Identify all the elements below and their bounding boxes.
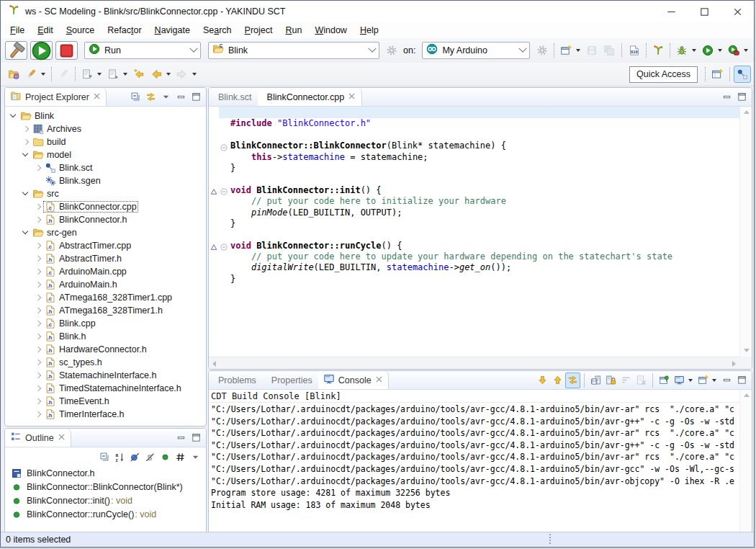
- tree-item[interactable]: .hTimedStatemachineInterface.h: [5, 382, 206, 395]
- debug-button[interactable]: [673, 42, 690, 59]
- console-tab-console[interactable]: Console: [318, 371, 389, 389]
- generate-statechart-code-button[interactable]: [649, 42, 667, 59]
- tab-project-explorer[interactable]: Project Explorer: [5, 88, 107, 106]
- tree-item[interactable]: .cATmega168_328Timer1.cpp: [5, 291, 206, 304]
- minimize-window-button[interactable]: [654, 1, 688, 22]
- tree-chevron-icon[interactable]: [32, 213, 43, 226]
- statusbar-grip[interactable]: [549, 534, 551, 544]
- dropdown-arrow-icon[interactable]: [690, 42, 698, 59]
- tree-chevron-icon[interactable]: [32, 278, 43, 291]
- menu-file[interactable]: File: [4, 24, 31, 37]
- editor-horizontal-scrollbar[interactable]: [209, 357, 739, 369]
- tree-item[interactable]: .hBlink.h: [5, 330, 206, 343]
- tree-chevron-icon[interactable]: [32, 356, 43, 369]
- previous-annotation-button[interactable]: [104, 66, 122, 83]
- tree-item-content[interactable]: .hsc_types.h: [43, 357, 104, 368]
- stop-button[interactable]: [55, 41, 78, 60]
- code-area[interactable]: #include "BlinkConnector.h"BlinkConnecto…: [230, 107, 739, 357]
- close-window-button[interactable]: [721, 1, 754, 22]
- minimize-button[interactable]: [174, 89, 189, 105]
- next-error-button[interactable]: [535, 372, 550, 388]
- back-button[interactable]: [148, 66, 165, 83]
- tree-item[interactable]: .hHardwareConnector.h: [5, 343, 206, 356]
- tree-item-content[interactable]: Archives: [31, 123, 83, 135]
- tree-item[interactable]: model: [5, 148, 206, 161]
- open-console-button[interactable]: [696, 372, 711, 388]
- dropdown-arrow-icon[interactable]: [716, 42, 724, 59]
- clear-console-button[interactable]: [634, 372, 649, 388]
- hide-non-public-members-button[interactable]: [158, 449, 173, 465]
- tree-item[interactable]: .cArduinoMain.cpp: [5, 265, 206, 278]
- pin-console-button[interactable]: [657, 372, 672, 388]
- tree-chevron-icon[interactable]: [32, 408, 43, 421]
- sort-button[interactable]: az: [112, 449, 127, 465]
- hide-fields-button[interactable]: [127, 449, 143, 465]
- target-combo[interactable]: My Arduino: [422, 42, 530, 59]
- outline-item[interactable]: BlinkConnector::init() : void: [5, 494, 206, 507]
- maximize-button[interactable]: [734, 89, 750, 105]
- menu-search[interactable]: Search: [197, 24, 238, 37]
- maximize-window-button[interactable]: [688, 1, 721, 22]
- close-icon[interactable]: [93, 92, 101, 102]
- tree-chevron-icon[interactable]: [32, 252, 43, 265]
- tree-item[interactable]: .cBlink.cpp: [5, 317, 206, 330]
- launch-project-combo[interactable]: CBlink: [208, 42, 379, 59]
- tree-chevron-icon[interactable]: [20, 226, 31, 239]
- tree-item-content[interactable]: src: [31, 188, 60, 200]
- tree-chevron-icon[interactable]: [32, 161, 43, 174]
- display-selected-console-button[interactable]: [672, 372, 687, 388]
- close-icon[interactable]: [375, 375, 383, 385]
- tree-item[interactable]: .hBlinkConnector.h: [5, 213, 206, 226]
- console-tab-properties[interactable]: Properties: [262, 371, 318, 389]
- menu-help[interactable]: Help: [354, 24, 385, 37]
- collapse-all-button[interactable]: [128, 89, 143, 105]
- hide-static-members-button[interactable]: S: [143, 449, 158, 465]
- tree-item-content[interactable]: Blink.sgen: [43, 175, 102, 187]
- launch-mode-combo[interactable]: Run: [84, 42, 201, 59]
- tree-item-content[interactable]: .hATmega168_328Timer1.h: [43, 305, 164, 316]
- tree-item-content[interactable]: build: [31, 136, 67, 148]
- tree-item-content[interactable]: .cArduinoMain.cpp: [43, 266, 128, 277]
- tree-chevron-icon[interactable]: [32, 369, 43, 382]
- build-button[interactable]: [5, 41, 27, 60]
- outline-item[interactable]: BlinkConnector::BlinkConnector(Blink*): [5, 480, 206, 494]
- tree-item-content[interactable]: src-gen: [31, 227, 78, 238]
- last-edit-location-button[interactable]: [130, 66, 148, 83]
- collapse-all-button[interactable]: [97, 449, 112, 465]
- save-console-output-button[interactable]: [588, 372, 603, 388]
- console-tab-problems[interactable]: Problems: [209, 371, 262, 389]
- scroll-lock-button[interactable]: [603, 372, 618, 388]
- tree-chevron-icon[interactable]: [8, 110, 19, 122]
- tree-chevron-icon[interactable]: [20, 187, 31, 200]
- dropdown-arrow-icon[interactable]: [742, 42, 750, 59]
- editor-tab-BlinkConnector.cpp[interactable]: .cBlinkConnector.cpp: [258, 88, 363, 106]
- console-output[interactable]: "C:/Users/Lothar/.arduinocdt/packages/ar…: [211, 403, 739, 548]
- tab-outline[interactable]: Outline: [5, 429, 71, 447]
- target-settings-button[interactable]: [534, 42, 551, 59]
- tree-item-content[interactable]: .cBlinkConnector.cpp: [43, 201, 138, 213]
- menu-run[interactable]: Run: [279, 24, 308, 37]
- tree-chevron-icon[interactable]: [32, 382, 43, 395]
- tree-item[interactable]: Blink: [5, 110, 206, 122]
- maximize-button[interactable]: [734, 372, 750, 388]
- tree-item-content[interactable]: .hAbstractTimer.h: [43, 253, 123, 264]
- external-tools-button[interactable]: [725, 42, 742, 59]
- hide-inactive-elements-button[interactable]: [173, 449, 188, 465]
- menu-edit[interactable]: Edit: [31, 24, 60, 37]
- minimize-button[interactable]: [174, 430, 189, 446]
- tree-item[interactable]: .hsc_types.h: [5, 356, 206, 369]
- dropdown-arrow-icon[interactable]: [165, 66, 172, 83]
- tree-item-content[interactable]: Blink.sct: [43, 162, 94, 174]
- dropdown-arrow-icon[interactable]: [711, 372, 718, 389]
- tree-chevron-icon[interactable]: [32, 265, 43, 278]
- tree-chevron-icon[interactable]: [32, 304, 43, 317]
- view-menu-button[interactable]: [188, 449, 203, 465]
- tree-chevron-icon[interactable]: [20, 148, 31, 161]
- tree-item-content[interactable]: Blink: [19, 110, 55, 122]
- menu-window[interactable]: Window: [308, 24, 353, 37]
- tree-chevron-icon[interactable]: [32, 330, 43, 343]
- tree-item-content[interactable]: .hTimeEvent.h: [43, 396, 111, 407]
- tree-item[interactable]: Archives: [5, 122, 206, 135]
- word-wrap-button[interactable]: [618, 372, 634, 388]
- tree-item-content[interactable]: .hBlink.h: [43, 331, 88, 342]
